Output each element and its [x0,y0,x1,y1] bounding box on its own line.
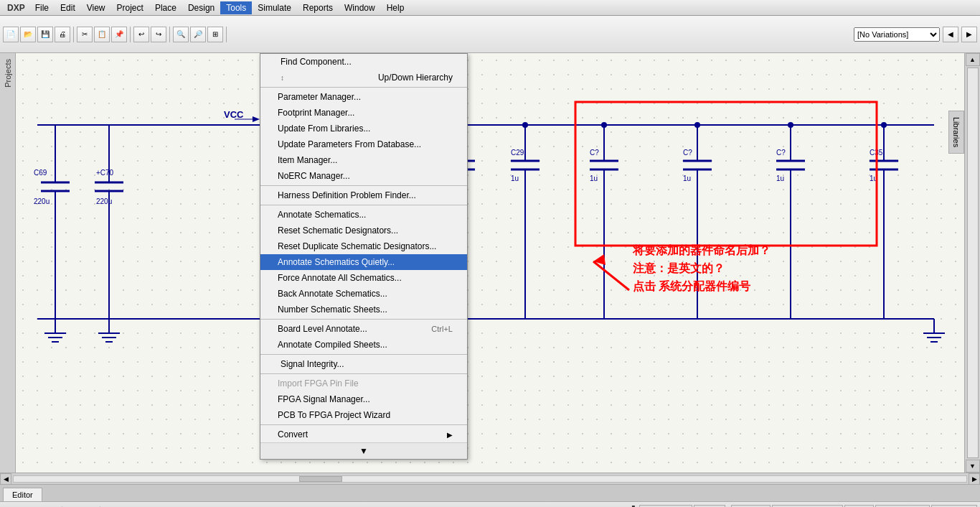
menu-design[interactable]: Design [182,1,220,14]
sep3 [260,205,467,205]
menu-item-annotate-quietly[interactable]: Annotate Schematics Quietly... [260,254,467,270]
tab-design-compiler[interactable]: Design Compiler [772,505,843,508]
menu-reports[interactable]: Reports [297,1,339,14]
svg-text:220u: 220u [96,197,112,205]
svg-point-59 [788,122,793,128]
statusbar-right: ▶▐ Mask Level Clear System Design Compil… [621,505,977,508]
find-component-label: Find Component... [281,57,352,67]
canvas-area[interactable]: C69 220u +C70 220u VCC [16,53,964,473]
tab-shortcuts[interactable]: Shortcuts [931,505,977,508]
clear-btn[interactable]: Clear [694,505,725,508]
hscroll-right-btn[interactable]: ▶ [969,473,980,485]
menu-item-update-libraries[interactable]: Update From Libraries... [260,121,467,136]
hscroll-track[interactable] [13,475,967,483]
menu-edit[interactable]: Edit [55,1,81,14]
tab-instruments[interactable]: Instruments [875,505,929,508]
toolbar-fit[interactable]: ⊞ [207,27,223,42]
menu-item-noerc[interactable]: NoERC Manager... [260,168,467,184]
toolbar-sep2 [130,27,131,42]
toolbar-new[interactable]: 📄 [3,27,19,42]
svg-line-74 [593,261,629,290]
mask-level-btn[interactable]: Mask Level [639,505,692,508]
svg-point-45 [601,122,607,128]
menu-item-force-annotate[interactable]: Force Annotate All Schematics... [260,270,467,286]
sep1 [260,87,467,88]
sep7 [260,424,467,425]
svg-text:+C70: +C70 [96,169,114,177]
svg-text:C?: C? [683,149,692,157]
toolbar-var-prev[interactable]: ◀ [943,27,958,42]
menu-item-item-manager[interactable]: Item Manager... [260,152,467,168]
hscroll-thumb[interactable] [299,476,342,482]
updown-hierarchy-label: Up/Down Hierarchy [378,73,453,83]
menu-item-param-manager[interactable]: Parameter Manager... [260,89,467,105]
menu-item-convert[interactable]: Convert ▶ [260,427,467,442]
menu-item-number-sheets[interactable]: Number Schematic Sheets... [260,302,467,317]
menu-item-signal-integrity[interactable]: Signal Integrity... [260,356,467,372]
schematic-background: C69 220u +C70 220u VCC [16,53,964,473]
tab-sch[interactable]: SCH [844,505,874,508]
svg-text:220u: 220u [34,197,50,205]
annotation-box [575,102,877,246]
menu-item-pcb-fpga[interactable]: PCB To FPGA Project Wizard [260,407,467,423]
menu-window[interactable]: Window [339,1,381,14]
menu-item-back-annotate[interactable]: Back Annotate Schematics... [260,286,467,302]
hscroll-left-btn[interactable]: ◀ [0,473,11,485]
toolbar-sep4 [226,27,227,42]
menu-help[interactable]: Help [381,1,410,14]
toolbar-undo[interactable]: ↩ [133,27,149,42]
scroll-up-btn[interactable]: ▲ [966,53,980,66]
tools-dropdown-menu: Find Component... ↕ Up/Down Hierarchy Pa… [260,53,468,460]
menu-item-updown-hierarchy[interactable]: ↕ Up/Down Hierarchy [260,70,467,85]
variation-dropdown[interactable]: [No Variations] [854,27,940,42]
scroll-down-btn[interactable]: ▼ [966,460,980,473]
menu-item-board-level[interactable]: Board Level Annotate... Ctrl+L [260,321,467,337]
toolbar-paste[interactable]: 📌 [111,27,127,42]
menu-item-find-component[interactable]: Find Component... [260,54,467,70]
toolbar-print[interactable]: 🖨 [55,27,70,42]
menu-simulate[interactable]: Simulate [252,1,297,14]
toolbar: 📄 📂 💾 🖨 ✂ 📋 📌 ↩ ↪ 🔍 🔎 ⊞ [No Variations] … [0,16,980,53]
menu-item-annotate-sch[interactable]: Annotate Schematics... [260,207,467,223]
menu-project[interactable]: Project [111,1,149,14]
sep2 [260,185,467,186]
svg-text:1u: 1u [683,175,691,182]
svg-text:C?: C? [776,149,786,157]
sidebar-tab-projects[interactable]: Projects [1,53,15,93]
app-brand: DXP [3,1,29,14]
menu-view[interactable]: View [81,1,111,14]
svg-point-52 [694,122,700,128]
tab-system[interactable]: System [731,505,771,508]
statusbar: X:780 Y:1410 Grid:10 ▶▐ Mask Level Clear… [0,501,980,507]
right-sidebar: ▲ ▼ [964,53,980,473]
horizontal-scrollbar: ◀ ▶ [0,473,980,484]
scroll-track[interactable] [967,68,979,458]
svg-text:1u: 1u [776,175,784,182]
tab-editor[interactable]: Editor [3,488,42,501]
menu-item-annotate-compiled[interactable]: Annotate Compiled Sheets... [260,337,467,353]
menu-item-reset-designators[interactable]: Reset Schematic Designators... [260,223,467,238]
menu-scroll-down[interactable]: ▼ [359,446,368,456]
toolbar-redo[interactable]: ↪ [151,27,166,42]
svg-text:1u: 1u [590,175,598,182]
toolbar-zoom-out[interactable]: 🔎 [190,27,206,42]
toolbar-open[interactable]: 📂 [20,27,36,42]
menu-item-fpga-signal[interactable]: FPGA Signal Manager... [260,391,467,407]
toolbar-copy[interactable]: 📋 [94,27,110,42]
menu-tools[interactable]: Tools [220,1,252,14]
libraries-tab[interactable]: Libraries [948,111,964,154]
menu-item-footprint-manager[interactable]: Footprint Manager... [260,105,467,121]
toolbar-zoom-in[interactable]: 🔍 [173,27,189,42]
toolbar-cut[interactable]: ✂ [77,27,93,42]
toolbar-var-next[interactable]: ▶ [961,27,977,42]
menu-item-reset-duplicate[interactable]: Reset Duplicate Schematic Designators... [260,238,467,254]
menu-place[interactable]: Place [149,1,182,14]
svg-text:注意：是英文的？: 注意：是英文的？ [633,261,725,274]
menu-item-update-database[interactable]: Update Parameters From Database... [260,136,467,152]
toolbar-sep3 [169,27,170,42]
sep4 [260,319,467,320]
svg-text:C29: C29 [511,149,524,157]
menu-item-harness[interactable]: Harness Definition Problem Finder... [260,187,467,203]
toolbar-save[interactable]: 💾 [37,27,53,42]
menu-file[interactable]: File [29,1,55,14]
